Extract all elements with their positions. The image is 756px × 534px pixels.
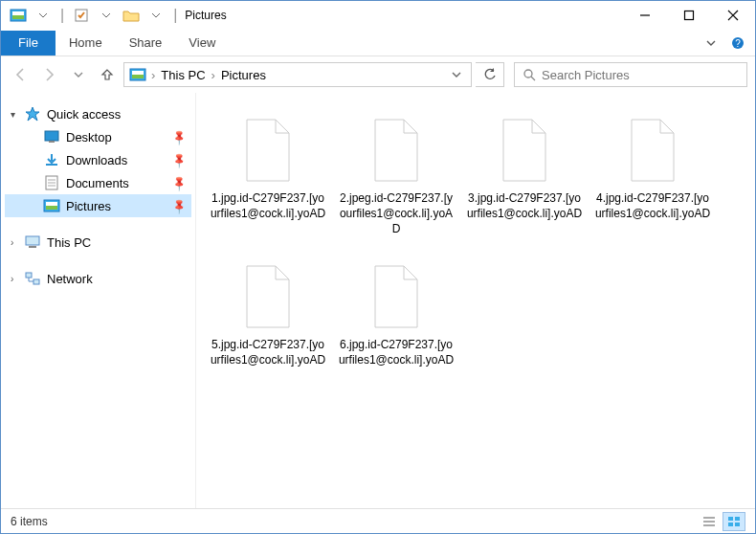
navigation-bar: › This PC › Pictures — [1, 56, 755, 93]
title-bar: | | Pictures — [1, 1, 755, 30]
svg-rect-13 — [45, 131, 58, 141]
search-box[interactable] — [514, 62, 747, 87]
navigation-pane: ▾ Quick access Desktop 📌 — [1, 93, 196, 508]
file-label: 5.jpg.id-C279F237.[yourfiles1@cock.li].y… — [210, 337, 326, 367]
svg-rect-10 — [132, 75, 144, 78]
file-item[interactable]: 4.jpg.id-C279F237.[yourfiles1@cock.li].y… — [590, 108, 715, 241]
forward-button[interactable] — [37, 62, 62, 87]
svg-point-11 — [524, 70, 532, 78]
address-dropdown-button[interactable] — [446, 70, 467, 79]
file-item[interactable]: 6.jpg.id-C279F237.[yourfiles1@cock.li].y… — [334, 255, 458, 371]
svg-rect-33 — [735, 523, 740, 526]
minimize-button[interactable] — [623, 1, 667, 30]
tab-share[interactable]: Share — [116, 31, 176, 56]
svg-rect-32 — [728, 523, 733, 526]
svg-rect-26 — [33, 279, 39, 284]
recent-locations-button[interactable] — [66, 62, 91, 87]
blank-file-icon — [237, 112, 299, 189]
sidebar-item-label: Documents — [66, 176, 129, 190]
folder-icon[interactable] — [120, 4, 143, 27]
chevron-right-icon[interactable]: › — [149, 68, 157, 82]
sidebar-item-label: Network — [47, 272, 93, 286]
svg-rect-5 — [685, 11, 694, 20]
svg-rect-14 — [49, 141, 55, 143]
blank-file-icon — [237, 258, 299, 335]
blank-file-icon — [366, 112, 427, 189]
documents-icon — [43, 174, 60, 191]
star-icon — [24, 105, 41, 122]
file-label: 4.jpg.id-C279F237.[yourfiles1@cock.li].y… — [594, 190, 711, 221]
close-button[interactable] — [711, 1, 755, 30]
svg-rect-31 — [735, 517, 740, 521]
maximize-button[interactable] — [667, 1, 711, 30]
blank-file-icon — [494, 112, 555, 189]
sidebar-quick-access[interactable]: ▾ Quick access — [5, 102, 191, 125]
details-view-button[interactable] — [698, 512, 721, 531]
pin-icon: 📌 — [169, 127, 188, 145]
file-label: 2.jpeg.id-C279F237.[yourfiles1@cock.li].… — [338, 190, 455, 237]
back-button[interactable] — [9, 62, 33, 87]
sidebar-item-label: Desktop — [66, 130, 112, 145]
status-bar: 6 items — [1, 508, 755, 533]
chevron-down-icon: ▾ — [11, 109, 15, 120]
ribbon: File Home Share View ? — [1, 30, 755, 56]
blank-file-icon — [366, 258, 427, 335]
chevron-right-icon[interactable]: › — [210, 68, 217, 82]
sidebar-this-pc[interactable]: › This PC — [5, 231, 191, 254]
sidebar-network[interactable]: › Network — [5, 267, 191, 290]
network-icon — [24, 270, 41, 287]
breadcrumb[interactable]: › This PC › Pictures — [123, 62, 472, 87]
sidebar-item-label: Quick access — [47, 107, 121, 122]
refresh-button[interactable] — [476, 62, 504, 87]
svg-rect-22 — [46, 206, 57, 210]
file-label: 6.jpg.id-C279F237.[yourfiles1@cock.li].y… — [338, 337, 455, 367]
breadcrumb-this-pc[interactable]: This PC — [157, 68, 209, 82]
svg-line-12 — [531, 77, 535, 80]
file-label: 3.jpg.id-C279F237.[yourfiles1@cock.li].y… — [466, 190, 583, 221]
file-item[interactable]: 5.jpg.id-C279F237.[yourfiles1@cock.li].y… — [206, 255, 330, 371]
properties-icon[interactable] — [70, 4, 93, 27]
thumbnails-view-button[interactable] — [723, 512, 745, 531]
search-input[interactable] — [542, 68, 741, 82]
file-item[interactable]: 3.jpg.id-C279F237.[yourfiles1@cock.li].y… — [462, 108, 587, 241]
chevron-down-icon[interactable] — [145, 4, 167, 27]
window-title: Pictures — [185, 9, 226, 22]
pin-icon: 📌 — [169, 173, 188, 191]
svg-rect-2 — [12, 15, 24, 19]
pictures-icon — [128, 65, 147, 84]
blank-file-icon — [622, 112, 683, 189]
chevron-down-icon[interactable] — [32, 4, 55, 27]
sidebar-item-desktop[interactable]: Desktop 📌 — [5, 125, 191, 148]
up-button[interactable] — [95, 62, 120, 87]
separator: | — [173, 7, 177, 24]
window-icon[interactable] — [7, 4, 30, 27]
svg-rect-25 — [26, 273, 32, 278]
file-item[interactable]: 2.jpeg.id-C279F237.[yourfiles1@cock.li].… — [334, 108, 458, 241]
breadcrumb-pictures[interactable]: Pictures — [217, 68, 270, 82]
svg-rect-23 — [26, 236, 39, 245]
sidebar-item-label: Pictures — [66, 199, 111, 213]
search-icon — [521, 68, 538, 81]
help-button[interactable]: ? — [726, 32, 749, 55]
sidebar-item-documents[interactable]: Documents 📌 — [5, 171, 191, 194]
chevron-right-icon: › — [11, 274, 13, 284]
file-item[interactable]: 1.jpg.id-C279F237.[yourfiles1@cock.li].y… — [206, 108, 330, 241]
chevron-right-icon: › — [11, 237, 13, 248]
separator: | — [60, 7, 64, 24]
pin-icon: 📌 — [169, 196, 188, 214]
file-list: 1.jpg.id-C279F237.[yourfiles1@cock.li].y… — [196, 93, 755, 508]
tab-home[interactable]: Home — [56, 31, 116, 56]
tab-view[interactable]: View — [175, 31, 229, 56]
svg-rect-30 — [728, 517, 733, 521]
file-label: 1.jpg.id-C279F237.[yourfiles1@cock.li].y… — [210, 190, 326, 221]
downloads-icon — [43, 151, 60, 168]
sidebar-item-label: Downloads — [66, 153, 127, 167]
sidebar-item-pictures[interactable]: Pictures 📌 — [5, 194, 191, 217]
chevron-down-icon[interactable] — [95, 4, 118, 27]
expand-ribbon-button[interactable] — [700, 32, 723, 55]
svg-text:?: ? — [735, 38, 741, 49]
sidebar-item-downloads[interactable]: Downloads 📌 — [5, 148, 191, 171]
quick-access-toolbar: | | — [7, 4, 181, 27]
file-tab[interactable]: File — [1, 31, 56, 56]
desktop-icon — [43, 128, 60, 145]
